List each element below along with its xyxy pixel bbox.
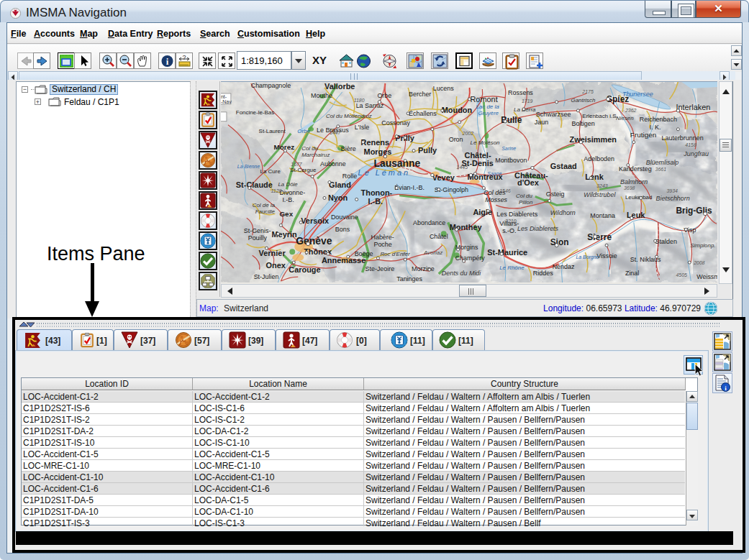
- svg-text:St-Laurent: St-Laurent: [259, 128, 286, 134]
- svg-text:Orbe: Orbe: [297, 128, 310, 134]
- svg-text:Douvaine: Douvaine: [331, 214, 358, 221]
- svg-text:Meyrin: Meyrin: [271, 230, 296, 239]
- svg-text:Saane: Saane: [487, 171, 501, 176]
- svg-text:Rossens: Rossens: [508, 89, 533, 96]
- svg-text:1445: 1445: [457, 165, 468, 170]
- svg-text:Morges: Morges: [364, 147, 392, 156]
- svg-text:Schwarzsee: Schwarzsee: [536, 111, 571, 118]
- svg-text:Col du Mollendruz: Col du Mollendruz: [326, 113, 372, 119]
- svg-text:Aigle: Aigle: [473, 208, 492, 216]
- svg-text:Taninges: Taninges: [396, 275, 422, 283]
- svg-text:Lac de la: Lac de la: [476, 104, 499, 110]
- svg-text:Lenk: Lenk: [585, 172, 604, 180]
- svg-text:Sion: Sion: [550, 237, 569, 247]
- svg-text:Pouilly: Pouilly: [248, 234, 268, 242]
- svg-text:Nendaz: Nendaz: [553, 263, 575, 270]
- svg-text:Ste-Jeoire: Ste-Jeoire: [366, 265, 395, 272]
- svg-text:3210: 3210: [505, 219, 517, 224]
- svg-text:Vallorbe: Vallorbe: [324, 82, 355, 91]
- svg-text:Col de la: Col de la: [253, 202, 276, 208]
- svg-text:Bercher: Bercher: [409, 91, 431, 98]
- svg-text:Bietschhorn: Bietschhorn: [656, 195, 690, 202]
- svg-text:Vernier: Vernier: [259, 249, 286, 257]
- svg-text:Sierre: Sierre: [587, 232, 612, 242]
- svg-text:Gex: Gex: [279, 210, 293, 218]
- svg-text:Dents du Midi: Dents du Midi: [442, 270, 482, 277]
- svg-text:Sarine: Sarine: [501, 146, 516, 151]
- svg-text:Pully: Pully: [418, 146, 437, 155]
- svg-text:Lauterbrunnen: Lauterbrunnen: [662, 134, 704, 142]
- svg-text:Zinal: Zinal: [625, 270, 639, 277]
- svg-text:Boltigen: Boltigen: [571, 120, 594, 127]
- svg-text:Niesen: Niesen: [616, 115, 634, 121]
- svg-text:Poche: Poche: [373, 241, 391, 248]
- svg-text:Jungfrau: Jungfrau: [683, 150, 709, 157]
- svg-text:Kandersteg: Kandersteg: [619, 165, 652, 173]
- svg-text:Adelboden: Adelboden: [584, 155, 614, 162]
- svg-text:Nyon: Nyon: [328, 193, 348, 202]
- svg-text:La Bienne: La Bienne: [237, 164, 260, 169]
- svg-text:Oron: Oron: [449, 136, 463, 143]
- svg-text:Boëge: Boëge: [355, 250, 373, 257]
- svg-text:I. K.: I. K.: [650, 124, 661, 131]
- svg-text:Gstaad: Gstaad: [550, 162, 577, 170]
- svg-text:Champéry: Champéry: [455, 254, 486, 262]
- svg-text:Les Diablerets: Les Diablerets: [496, 211, 538, 218]
- svg-text:Le Moléson: Le Moléson: [470, 139, 500, 146]
- svg-text:Leukerbad: Leukerbad: [625, 194, 652, 201]
- svg-text:2362: 2362: [625, 108, 637, 113]
- svg-text:Lucens: Lucens: [433, 85, 454, 92]
- svg-text:Thunersee: Thunersee: [622, 91, 653, 98]
- svg-text:Aubonne: Aubonne: [320, 160, 346, 167]
- svg-text:Versoix: Versoix: [301, 216, 329, 225]
- svg-text:St-Claude: St-Claude: [236, 180, 273, 189]
- svg-text:Bons: Bons: [335, 226, 350, 233]
- svg-text:Marchairuz: Marchairuz: [301, 152, 330, 158]
- svg-text:Orbe: Orbe: [377, 92, 391, 99]
- svg-text:Riddes: Riddes: [533, 270, 553, 277]
- svg-text:Balmhorn: Balmhorn: [620, 178, 648, 185]
- svg-text:2008: 2008: [693, 260, 705, 265]
- svg-text:Échallens: Échallens: [409, 110, 437, 117]
- svg-text:I.-B.: I.-B.: [368, 197, 383, 206]
- svg-text:Les Diablerets: Les Diablerets: [517, 225, 559, 232]
- svg-text:Le Rhône: Le Rhône: [499, 265, 525, 271]
- svg-text:Vevey: Vevey: [432, 173, 455, 182]
- svg-text:1719: 1719: [522, 98, 533, 104]
- svg-text:Interlaken: Interlaken: [676, 103, 710, 111]
- svg-text:1546: 1546: [499, 188, 511, 193]
- svg-text:Vissoie: Vissoie: [596, 252, 617, 260]
- svg-text:2002: 2002: [462, 131, 474, 136]
- svg-text:4505: 4505: [676, 272, 687, 277]
- svg-text:Gsteig: Gsteig: [546, 191, 565, 198]
- svg-text:Lausanne: Lausanne: [373, 157, 420, 169]
- svg-text:Morzine: Morzine: [412, 265, 435, 272]
- svg-text:i: i: [166, 56, 169, 67]
- svg-text:Champagnole: Champagnole: [251, 82, 291, 89]
- svg-text:-Nav: -Nav: [221, 99, 232, 104]
- svg-text:Montana: Montana: [590, 212, 615, 219]
- svg-text:Moudon: Moudon: [442, 106, 472, 114]
- svg-text:Rolle: Rolle: [342, 173, 357, 180]
- svg-text:St-Maurice: St-Maurice: [487, 248, 527, 257]
- svg-text:Mouthe: Mouthe: [311, 92, 332, 99]
- svg-text:Carouge: Carouge: [289, 265, 320, 274]
- svg-text:1447: 1447: [330, 130, 342, 135]
- svg-text:Wildhorn: Wildhorn: [550, 209, 576, 216]
- svg-text:Erlenbach i.S.: Erlenbach i.S.: [582, 113, 617, 119]
- svg-text:La Borgne: La Borgne: [576, 254, 599, 260]
- svg-text:La Dôle: La Dôle: [278, 181, 298, 188]
- svg-text:s.-O.: s.-O.: [502, 227, 516, 234]
- svg-text:Foncine-le-Bas: Foncine-le-Bas: [236, 109, 274, 116]
- svg-text:La Cure: La Cure: [260, 168, 281, 175]
- svg-text:Wildstrubel: Wildstrubel: [584, 191, 616, 198]
- svg-text:Avoriaz: Avoriaz: [423, 249, 442, 256]
- svg-text:3243: 3243: [596, 183, 608, 188]
- svg-text:Weissm.: Weissm.: [696, 273, 717, 280]
- svg-text:d'Oex: d'Oex: [517, 178, 539, 187]
- svg-text:Gruyère: Gruyère: [478, 110, 499, 116]
- svg-text:Gantrisch: Gantrisch: [571, 97, 595, 104]
- svg-text:St-Cergue: St-Cergue: [290, 167, 317, 173]
- svg-text:4158: 4158: [685, 142, 696, 147]
- svg-text:I.-B.: I.-B.: [282, 196, 294, 203]
